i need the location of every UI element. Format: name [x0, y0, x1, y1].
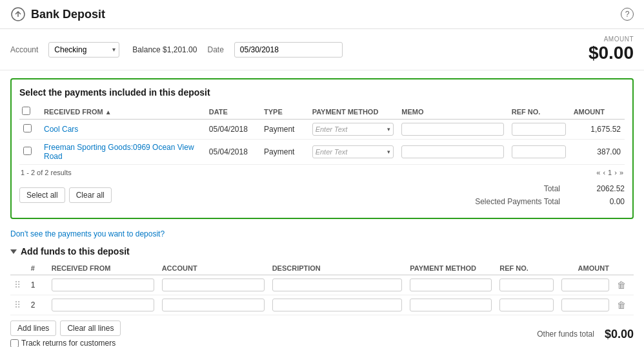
row1-memo-input[interactable] — [401, 123, 504, 136]
funds-pm-input-1[interactable] — [410, 279, 492, 291]
col-header-funds-received: RECEIVED FROM — [48, 262, 158, 275]
select-all-button[interactable]: Select all — [19, 187, 65, 203]
pagination-prev[interactable]: ‹ — [603, 169, 605, 176]
clear-all-lines-button[interactable]: Clear all lines — [60, 321, 121, 336]
funds-pm-2 — [406, 295, 496, 315]
pagination-next[interactable]: › — [614, 169, 617, 176]
amount-value: $0.00 — [589, 43, 634, 63]
delete-row2-icon[interactable]: 🗑 — [617, 300, 626, 310]
funds-account-2 — [158, 295, 268, 315]
row1-ref-input[interactable] — [512, 123, 566, 136]
funds-ref-1 — [496, 275, 558, 295]
row2-memo — [397, 140, 508, 165]
col-header-account: ACCOUNT — [158, 262, 268, 275]
funds-pm-input-2[interactable] — [410, 299, 492, 311]
funds-footer: Add lines Clear all lines Track returns … — [10, 315, 634, 347]
funds-received-input-1[interactable] — [52, 279, 154, 291]
delete-row1-icon[interactable]: 🗑 — [617, 280, 626, 290]
row2-date: 05/04/2018 — [205, 140, 260, 165]
funds-amount-input-1[interactable] — [561, 279, 609, 291]
funds-row: ⠿ 2 🗑 — [10, 295, 634, 315]
row1-memo — [397, 120, 508, 140]
col-header-funds-pm: PAYMENT METHOD — [406, 262, 496, 275]
row2-checkbox[interactable] — [23, 147, 32, 155]
collapse-icon — [10, 249, 17, 254]
col-header-memo: MEMO — [397, 104, 508, 120]
funds-table: # RECEIVED FROM ACCOUNT DESCRIPTION PAYM… — [10, 262, 634, 315]
toolbar: Account Checking Savings ▾ Balance $1,20… — [0, 29, 644, 70]
balance-text: Balance $1,201.00 — [132, 45, 197, 54]
col-header-amount: AMOUNT — [570, 104, 625, 120]
drag-handle-2[interactable]: ⠿ — [10, 295, 27, 315]
row1-pm-arrow: ▾ — [387, 126, 390, 132]
funds-desc-input-1[interactable] — [272, 279, 403, 291]
funds-desc-input-2[interactable] — [272, 299, 403, 311]
funds-footer-left: Add lines Clear all lines Track returns … — [10, 321, 121, 347]
delete-cell-2: 🗑 — [613, 295, 634, 315]
col-header-checkbox — [19, 104, 40, 120]
amount-block: AMOUNT $0.00 — [589, 36, 634, 63]
funds-ref-input-2[interactable] — [499, 299, 554, 311]
add-lines-button[interactable]: Add lines — [10, 321, 56, 336]
pagination-last[interactable]: » — [619, 169, 623, 176]
help-icon[interactable]: ? — [621, 8, 634, 21]
other-funds-label: Other funds total — [537, 330, 594, 339]
total-label: Total — [544, 184, 560, 193]
totals-block: Total 2062.52 Selected Payments Total 0.… — [475, 183, 625, 207]
row1-received-link[interactable]: Cool Cars — [44, 125, 78, 134]
drag-dots-1: ⠿ — [14, 280, 21, 290]
select-payments-title: Select the payments included in this dep… — [19, 87, 625, 98]
total-row: Total 2062.52 — [544, 183, 625, 195]
track-returns-label[interactable]: Track returns for customers — [10, 339, 121, 347]
row2-pm-arrow: ▾ — [387, 149, 390, 155]
row-number-2: 2 — [27, 295, 48, 315]
account-select[interactable]: Checking Savings — [48, 42, 119, 58]
main-content: Select the payments included in this dep… — [0, 70, 644, 347]
header-left: Bank Deposit — [10, 6, 105, 22]
drag-handle-1[interactable]: ⠿ — [10, 275, 27, 295]
row2-pm-select[interactable]: Enter Text ▾ — [312, 145, 394, 158]
col-header-pm: PAYMENT METHOD — [308, 104, 398, 120]
payments-table: RECEIVED FROM ▲ DATE TYPE PAYMENT METHOD… — [19, 104, 625, 165]
funds-received-1 — [48, 275, 158, 295]
row2-pm-placeholder: Enter Text — [316, 148, 388, 156]
table-row: Cool Cars 05/04/2018 Payment Enter Text … — [19, 120, 625, 140]
row2-ref-input[interactable] — [512, 145, 566, 158]
drag-dots-2: ⠿ — [14, 300, 21, 310]
funds-amount-input-2[interactable] — [561, 299, 609, 311]
funds-account-input-1[interactable] — [162, 279, 265, 291]
add-funds-label: Add funds to this deposit — [21, 246, 130, 257]
balance-value: $1,201.00 — [163, 45, 197, 54]
funds-received-input-2[interactable] — [52, 299, 154, 311]
row2-pm: Enter Text ▾ — [308, 140, 398, 165]
col-header-funds-amount: AMOUNT — [558, 262, 612, 275]
track-returns-text: Track returns for customers — [21, 339, 116, 347]
col-header-number: # — [27, 262, 48, 275]
pagination-first[interactable]: « — [596, 169, 600, 176]
results-text: 1 - 2 of 2 results — [21, 169, 72, 176]
row2-received-link[interactable]: Freeman Sporting Goods:0969 Ocean View R… — [44, 143, 194, 161]
row1-checkbox[interactable] — [23, 124, 32, 132]
date-label: Date — [207, 45, 223, 54]
track-returns-checkbox[interactable] — [10, 339, 19, 348]
add-funds-title[interactable]: Add funds to this deposit — [10, 246, 634, 257]
row2-received: Freeman Sporting Goods:0969 Ocean View R… — [40, 140, 205, 165]
col-header-ref: REF NO. — [508, 104, 570, 120]
table-row: Freeman Sporting Goods:0969 Ocean View R… — [19, 140, 625, 165]
row2-ref — [508, 140, 570, 165]
col-header-delete — [613, 262, 634, 275]
select-all-checkbox-header[interactable] — [22, 107, 30, 115]
row2-checkbox-cell — [19, 140, 40, 165]
pagination-page: 1 — [608, 169, 612, 176]
dont-see-link[interactable]: Don't see the payments you want to depos… — [10, 229, 634, 238]
funds-amount-2 — [558, 295, 612, 315]
funds-account-input-2[interactable] — [162, 299, 265, 311]
row1-amount: 1,675.52 — [570, 120, 625, 140]
row2-memo-input[interactable] — [401, 145, 504, 158]
clear-all-button[interactable]: Clear all — [69, 187, 112, 203]
balance-label: Balance — [132, 45, 160, 54]
row1-pm-select[interactable]: Enter Text ▾ — [312, 123, 394, 136]
row1-ref — [508, 120, 570, 140]
date-input[interactable] — [234, 42, 343, 58]
funds-ref-input-1[interactable] — [499, 279, 554, 291]
